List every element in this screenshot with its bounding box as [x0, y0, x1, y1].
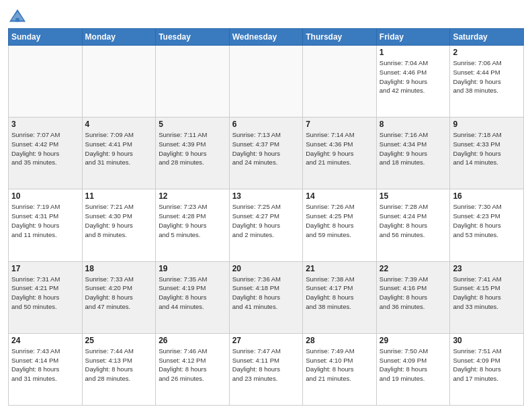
day-info: Sunrise: 7:31 AM Sunset: 4:21 PM Dayligh… — [11, 275, 79, 312]
day-info: Sunrise: 7:21 AM Sunset: 4:30 PM Dayligh… — [85, 202, 153, 239]
calendar-cell — [82, 46, 156, 118]
calendar-cell: 2Sunrise: 7:06 AM Sunset: 4:44 PM Daylig… — [450, 46, 524, 118]
calendar-cell: 15Sunrise: 7:28 AM Sunset: 4:24 PM Dayli… — [376, 189, 450, 261]
day-number: 16 — [453, 191, 521, 201]
day-number: 2 — [453, 48, 521, 57]
week-row-4: 17Sunrise: 7:31 AM Sunset: 4:21 PM Dayli… — [9, 261, 524, 333]
day-number: 11 — [85, 191, 153, 201]
day-info: Sunrise: 7:25 AM Sunset: 4:27 PM Dayligh… — [232, 202, 300, 239]
calendar-cell: 1Sunrise: 7:04 AM Sunset: 4:46 PM Daylig… — [376, 46, 450, 118]
calendar-cell: 19Sunrise: 7:35 AM Sunset: 4:19 PM Dayli… — [156, 261, 230, 333]
day-number: 7 — [306, 120, 373, 129]
day-info: Sunrise: 7:23 AM Sunset: 4:28 PM Dayligh… — [159, 202, 226, 239]
calendar-cell: 23Sunrise: 7:41 AM Sunset: 4:15 PM Dayli… — [450, 261, 524, 333]
day-info: Sunrise: 7:19 AM Sunset: 4:31 PM Dayligh… — [11, 202, 79, 239]
calendar-cell: 3Sunrise: 7:07 AM Sunset: 4:42 PM Daylig… — [9, 118, 83, 189]
day-info: Sunrise: 7:28 AM Sunset: 4:24 PM Dayligh… — [380, 202, 447, 239]
week-row-2: 3Sunrise: 7:07 AM Sunset: 4:42 PM Daylig… — [9, 118, 524, 189]
day-info: Sunrise: 7:18 AM Sunset: 4:33 PM Dayligh… — [453, 130, 521, 167]
weekday-header-wednesday: Wednesday — [229, 29, 303, 46]
day-info: Sunrise: 7:11 AM Sunset: 4:39 PM Dayligh… — [159, 130, 226, 167]
calendar-cell: 12Sunrise: 7:23 AM Sunset: 4:28 PM Dayli… — [156, 189, 230, 261]
day-number: 26 — [159, 336, 226, 345]
day-info: Sunrise: 7:49 AM Sunset: 4:10 PM Dayligh… — [306, 347, 373, 383]
svg-rect-2 — [15, 18, 19, 22]
calendar-cell: 30Sunrise: 7:51 AM Sunset: 4:09 PM Dayli… — [450, 333, 524, 405]
day-info: Sunrise: 7:06 AM Sunset: 4:44 PM Dayligh… — [453, 58, 521, 95]
calendar-cell: 25Sunrise: 7:44 AM Sunset: 4:13 PM Dayli… — [82, 333, 156, 405]
day-info: Sunrise: 7:39 AM Sunset: 4:16 PM Dayligh… — [380, 275, 447, 312]
day-number: 8 — [380, 120, 447, 129]
page: SundayMondayTuesdayWednesdayThursdayFrid… — [0, 0, 532, 411]
day-number: 20 — [232, 264, 300, 273]
day-number: 13 — [232, 191, 300, 201]
calendar-cell: 8Sunrise: 7:16 AM Sunset: 4:34 PM Daylig… — [376, 118, 450, 189]
calendar-cell: 22Sunrise: 7:39 AM Sunset: 4:16 PM Dayli… — [376, 261, 450, 333]
day-number: 23 — [453, 264, 521, 273]
calendar-cell: 13Sunrise: 7:25 AM Sunset: 4:27 PM Dayli… — [229, 189, 303, 261]
logo — [8, 7, 30, 26]
weekday-header-sunday: Sunday — [9, 29, 83, 46]
day-number: 5 — [159, 120, 226, 129]
weekday-header-saturday: Saturday — [450, 29, 524, 46]
day-number: 15 — [380, 191, 447, 201]
calendar-cell: 18Sunrise: 7:33 AM Sunset: 4:20 PM Dayli… — [82, 261, 156, 333]
calendar-cell: 20Sunrise: 7:36 AM Sunset: 4:18 PM Dayli… — [229, 261, 303, 333]
calendar-cell: 21Sunrise: 7:38 AM Sunset: 4:17 PM Dayli… — [303, 261, 377, 333]
day-info: Sunrise: 7:04 AM Sunset: 4:46 PM Dayligh… — [380, 58, 447, 95]
day-info: Sunrise: 7:16 AM Sunset: 4:34 PM Dayligh… — [380, 130, 447, 167]
day-number: 6 — [232, 120, 300, 129]
day-info: Sunrise: 7:41 AM Sunset: 4:15 PM Dayligh… — [453, 275, 521, 312]
day-number: 19 — [159, 264, 226, 273]
day-info: Sunrise: 7:44 AM Sunset: 4:13 PM Dayligh… — [85, 347, 153, 383]
day-number: 30 — [453, 336, 521, 345]
calendar-cell: 7Sunrise: 7:14 AM Sunset: 4:36 PM Daylig… — [303, 118, 377, 189]
day-info: Sunrise: 7:09 AM Sunset: 4:41 PM Dayligh… — [85, 130, 153, 167]
day-number: 9 — [453, 120, 521, 129]
calendar-cell — [229, 46, 303, 118]
day-info: Sunrise: 7:30 AM Sunset: 4:23 PM Dayligh… — [453, 202, 521, 239]
calendar-cell: 29Sunrise: 7:50 AM Sunset: 4:09 PM Dayli… — [376, 333, 450, 405]
calendar-cell: 28Sunrise: 7:49 AM Sunset: 4:10 PM Dayli… — [303, 333, 377, 405]
calendar-cell: 10Sunrise: 7:19 AM Sunset: 4:31 PM Dayli… — [9, 189, 83, 261]
day-number: 14 — [306, 191, 373, 201]
day-number: 29 — [380, 336, 447, 345]
day-info: Sunrise: 7:51 AM Sunset: 4:09 PM Dayligh… — [453, 347, 521, 383]
calendar-cell: 16Sunrise: 7:30 AM Sunset: 4:23 PM Dayli… — [450, 189, 524, 261]
weekday-header-tuesday: Tuesday — [156, 29, 230, 46]
calendar-cell: 24Sunrise: 7:43 AM Sunset: 4:14 PM Dayli… — [9, 333, 83, 405]
calendar-cell — [156, 46, 230, 118]
day-info: Sunrise: 7:14 AM Sunset: 4:36 PM Dayligh… — [306, 130, 373, 167]
day-info: Sunrise: 7:26 AM Sunset: 4:25 PM Dayligh… — [306, 202, 373, 239]
calendar-cell: 4Sunrise: 7:09 AM Sunset: 4:41 PM Daylig… — [82, 118, 156, 189]
day-number: 10 — [11, 191, 79, 201]
day-number: 25 — [85, 336, 153, 345]
day-info: Sunrise: 7:46 AM Sunset: 4:12 PM Dayligh… — [159, 347, 226, 383]
header — [8, 7, 524, 26]
day-info: Sunrise: 7:43 AM Sunset: 4:14 PM Dayligh… — [11, 347, 79, 383]
day-number: 28 — [306, 336, 373, 345]
weekday-header-row: SundayMondayTuesdayWednesdayThursdayFrid… — [9, 29, 524, 46]
calendar-cell: 26Sunrise: 7:46 AM Sunset: 4:12 PM Dayli… — [156, 333, 230, 405]
calendar-cell — [9, 46, 83, 118]
day-number: 27 — [232, 336, 300, 345]
day-number: 12 — [159, 191, 226, 201]
day-number: 24 — [11, 336, 79, 345]
calendar-cell: 27Sunrise: 7:47 AM Sunset: 4:11 PM Dayli… — [229, 333, 303, 405]
day-info: Sunrise: 7:50 AM Sunset: 4:09 PM Dayligh… — [380, 347, 447, 383]
logo-icon — [8, 7, 27, 26]
calendar-cell: 9Sunrise: 7:18 AM Sunset: 4:33 PM Daylig… — [450, 118, 524, 189]
calendar-cell — [303, 46, 377, 118]
weekday-header-monday: Monday — [82, 29, 156, 46]
day-number: 18 — [85, 264, 153, 273]
weekday-header-friday: Friday — [376, 29, 450, 46]
day-info: Sunrise: 7:47 AM Sunset: 4:11 PM Dayligh… — [232, 347, 300, 383]
day-info: Sunrise: 7:36 AM Sunset: 4:18 PM Dayligh… — [232, 275, 300, 312]
calendar-cell: 14Sunrise: 7:26 AM Sunset: 4:25 PM Dayli… — [303, 189, 377, 261]
day-number: 22 — [380, 264, 447, 273]
day-number: 3 — [11, 120, 79, 129]
day-info: Sunrise: 7:33 AM Sunset: 4:20 PM Dayligh… — [85, 275, 153, 312]
week-row-3: 10Sunrise: 7:19 AM Sunset: 4:31 PM Dayli… — [9, 189, 524, 261]
calendar-cell: 11Sunrise: 7:21 AM Sunset: 4:30 PM Dayli… — [82, 189, 156, 261]
calendar-table: SundayMondayTuesdayWednesdayThursdayFrid… — [8, 28, 524, 406]
